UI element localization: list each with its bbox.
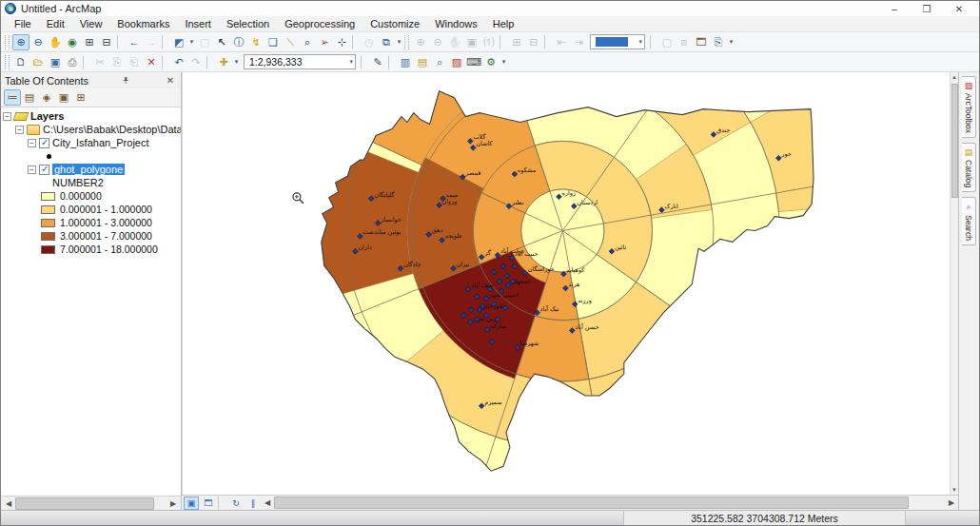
select-elements-icon[interactable]: ↖ bbox=[213, 34, 230, 50]
scroll-left-arrow[interactable]: ◀ bbox=[261, 497, 274, 509]
identify-icon[interactable]: ⓘ bbox=[230, 34, 247, 50]
tools-overflow[interactable]: ▾ bbox=[395, 34, 403, 50]
zoom-in-icon[interactable]: ⊕ bbox=[12, 34, 29, 50]
list-by-source-icon[interactable]: ▤ bbox=[21, 89, 38, 106]
toc-group-path[interactable]: C:\Users\Babak\Desktop\Data\Out bbox=[43, 124, 181, 135]
menu-insert[interactable]: Insert bbox=[177, 17, 219, 30]
menu-bookmarks[interactable]: Bookmarks bbox=[109, 17, 177, 30]
print-icon[interactable]: ⎙ bbox=[64, 54, 81, 70]
layout-pan-icon[interactable]: ✋ bbox=[446, 34, 463, 50]
scroll-down-arrow[interactable]: ▼ bbox=[951, 485, 959, 495]
toc-horizontal-scrollbar[interactable]: ◀ ▶ bbox=[1, 496, 181, 510]
layer-checkbox[interactable] bbox=[39, 165, 49, 175]
table-of-contents-window-icon[interactable]: ▥ bbox=[397, 54, 414, 70]
toc-layer-ghot-polygone[interactable]: ghot_polygone bbox=[52, 164, 125, 175]
layout-view-button[interactable]: 🗔 bbox=[201, 497, 216, 510]
menu-help[interactable]: Help bbox=[485, 17, 522, 30]
python-window-icon[interactable]: ⌨ bbox=[465, 54, 482, 70]
layout-fixed-zoom-in-icon[interactable]: ⊞ bbox=[508, 34, 525, 50]
add-data-icon[interactable]: ✚ bbox=[215, 54, 232, 70]
combo-dropdown-icon[interactable]: ▾ bbox=[633, 38, 642, 46]
map-vertical-scrollbar[interactable]: ▲ ▼ bbox=[950, 72, 958, 495]
pause-drawing-button[interactable]: ∥ bbox=[245, 497, 261, 510]
full-extent-icon[interactable]: ◉ bbox=[64, 34, 81, 50]
map-svg[interactable]: گلابکاشانقمصرمشکوهنطنزجندقخورانارکزوارها… bbox=[183, 72, 958, 495]
point-symbol[interactable] bbox=[47, 154, 51, 159]
editor-toolbar-icon[interactable]: ✎ bbox=[369, 54, 386, 70]
catalog-tab[interactable]: ▤Catalog bbox=[962, 143, 976, 192]
map-canvas[interactable]: گلابکاشانقمصرمشکوهنطنزجندقخورانارکزوارها… bbox=[182, 72, 958, 495]
scroll-up-arrow[interactable]: ▲ bbox=[951, 72, 959, 82]
redo-icon[interactable]: ↷ bbox=[187, 54, 205, 70]
menu-windows[interactable]: Windows bbox=[427, 17, 485, 30]
close-button[interactable]: ✕ bbox=[943, 2, 975, 16]
list-by-drawing-order-icon[interactable]: ≔ bbox=[4, 89, 21, 106]
toc-layer-city-isfahan[interactable]: City_Isfahan_Project bbox=[52, 137, 149, 148]
go-back-extent-icon[interactable]: ← bbox=[126, 34, 143, 50]
menu-file[interactable]: File bbox=[7, 17, 39, 30]
undo-icon[interactable]: ↶ bbox=[170, 54, 187, 70]
html-popup-icon[interactable]: ❑ bbox=[265, 34, 282, 50]
toggle-draft-mode-icon[interactable]: ▢ bbox=[658, 34, 676, 50]
go-forward-extent-icon[interactable]: → bbox=[143, 34, 160, 50]
scroll-right-arrow[interactable]: ▶ bbox=[945, 497, 958, 509]
viewer-window-icon[interactable]: ⧉ bbox=[378, 34, 395, 50]
list-by-selection-icon[interactable]: ▣ bbox=[55, 89, 72, 106]
menu-view[interactable]: View bbox=[72, 17, 110, 30]
standard-overflow[interactable]: ▾ bbox=[500, 54, 508, 70]
hyperlink-icon[interactable]: ↯ bbox=[247, 34, 265, 50]
find-icon[interactable]: ⌕ bbox=[299, 34, 316, 50]
data-view-button[interactable]: ▣ bbox=[184, 497, 199, 510]
layout-overflow[interactable]: ▾ bbox=[727, 34, 735, 50]
scroll-left-arrow[interactable]: ◀ bbox=[2, 497, 15, 510]
layout-fixed-zoom-out-icon[interactable]: ⊟ bbox=[525, 34, 542, 50]
list-by-visibility-icon[interactable]: ◈ bbox=[38, 89, 55, 106]
legend-swatch[interactable] bbox=[41, 245, 55, 254]
cut-icon[interactable]: ✂ bbox=[91, 54, 108, 70]
toolbar-grip[interactable] bbox=[5, 55, 10, 69]
layout-go-back-icon[interactable]: ⇤ bbox=[553, 34, 570, 50]
restore-button[interactable]: ❐ bbox=[911, 2, 943, 16]
pan-icon[interactable]: ✋ bbox=[47, 34, 64, 50]
zoom-percent-combo[interactable]: ▾ bbox=[590, 34, 645, 49]
legend-swatch[interactable] bbox=[41, 192, 55, 201]
layer-checkbox[interactable] bbox=[39, 138, 49, 148]
search-window-icon[interactable]: ⌕ bbox=[431, 54, 448, 70]
search-tab[interactable]: ⌕Search bbox=[962, 197, 976, 245]
legend-swatch[interactable] bbox=[41, 232, 55, 241]
expander-icon[interactable]: − bbox=[3, 112, 11, 121]
save-document-icon[interactable]: ▣ bbox=[47, 54, 64, 70]
menu-edit[interactable]: Edit bbox=[39, 17, 72, 30]
layout-zoom-out-icon[interactable]: ⊖ bbox=[429, 34, 446, 50]
legend-swatch[interactable] bbox=[41, 219, 55, 227]
go-to-xy-icon[interactable]: ⊹ bbox=[333, 34, 350, 50]
expander-icon[interactable]: − bbox=[15, 126, 24, 134]
find-route-icon[interactable]: ➢ bbox=[316, 34, 333, 50]
open-document-icon[interactable]: 🗁 bbox=[29, 54, 47, 70]
scroll-right-arrow[interactable]: ▶ bbox=[167, 497, 180, 510]
map-scale-combo[interactable]: 1:2,936,333▾ bbox=[244, 54, 356, 69]
add-data-dropdown[interactable]: ▾ bbox=[232, 54, 241, 70]
select-features-icon[interactable]: ◩ bbox=[170, 34, 187, 50]
toc-options-icon[interactable]: ⊞ bbox=[72, 89, 89, 106]
menu-customize[interactable]: Customize bbox=[363, 17, 427, 30]
toc-close-icon[interactable]: ✕ bbox=[164, 75, 177, 86]
arctoolbox-window-icon[interactable]: ▨ bbox=[448, 54, 465, 70]
expander-icon[interactable]: − bbox=[28, 166, 36, 174]
minimize-button[interactable]: – bbox=[878, 2, 911, 16]
menu-selection[interactable]: Selection bbox=[219, 17, 277, 30]
catalog-window-icon[interactable]: ▤ bbox=[414, 54, 431, 70]
toc-root-layers[interactable]: Layers bbox=[30, 110, 64, 122]
fixed-zoom-in-icon[interactable]: ⊞ bbox=[81, 34, 98, 50]
focus-data-frame-icon[interactable]: ⧈ bbox=[676, 34, 693, 50]
data-driven-pages-icon[interactable]: ⎘ bbox=[710, 34, 727, 50]
clear-selection-icon[interactable]: ▢ bbox=[196, 34, 213, 50]
layout-zoom-whole-page-icon[interactable]: ▣ bbox=[463, 34, 480, 50]
change-layout-icon[interactable]: 🗔 bbox=[693, 34, 710, 50]
layout-go-forward-icon[interactable]: ⇥ bbox=[570, 34, 587, 50]
paste-icon[interactable]: ⎗ bbox=[126, 54, 143, 70]
menu-geoprocessing[interactable]: Geoprocessing bbox=[277, 17, 363, 30]
copy-icon[interactable]: ⎘ bbox=[108, 54, 126, 70]
layout-zoom-in-icon[interactable]: ⊕ bbox=[412, 34, 429, 50]
combo-dropdown-icon[interactable]: ▾ bbox=[343, 58, 353, 66]
